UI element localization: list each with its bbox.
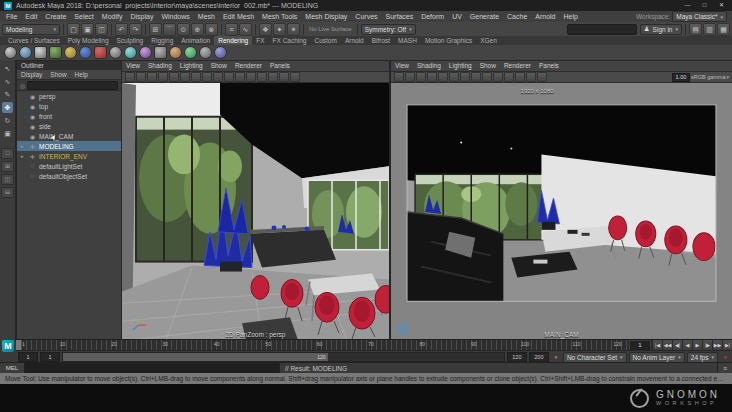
render-current-frame-button[interactable]: ❖ <box>259 23 272 36</box>
shelf-spot-light-icon[interactable] <box>139 46 152 59</box>
animation-end-field[interactable]: 200 <box>529 352 549 362</box>
shelf-render-region-icon[interactable] <box>34 46 47 59</box>
camera-attributes-icon[interactable] <box>416 72 426 82</box>
select-camera-icon[interactable] <box>125 72 135 82</box>
shelf-hypershade-icon[interactable] <box>64 46 77 59</box>
shelf-tab-motion-graphics[interactable]: Motion Graphics <box>421 36 476 45</box>
image-plane-icon[interactable] <box>438 72 448 82</box>
shelf-raytrace-icon[interactable] <box>214 46 227 59</box>
safe-frames-icon[interactable] <box>504 72 514 82</box>
grease-pencil-icon[interactable] <box>191 72 201 82</box>
shelf-tab-arnold[interactable]: Arnold <box>341 36 368 45</box>
menu-generate[interactable]: Generate <box>466 11 503 22</box>
film-gate-icon[interactable] <box>471 72 481 82</box>
viewport-menu-view[interactable]: View <box>122 61 144 71</box>
workspace-select[interactable]: Maya Classic* ▾ <box>672 11 727 22</box>
redo-button[interactable]: ↷ <box>129 23 142 36</box>
viewport-menu-renderer[interactable]: Renderer <box>500 61 535 71</box>
exposure-field[interactable]: 1.00 <box>672 73 690 82</box>
outliner-menu-display[interactable]: Display <box>17 70 46 79</box>
expand-arrow-icon[interactable]: ▸ <box>21 143 26 149</box>
shelf-standard-surface-icon[interactable] <box>79 46 92 59</box>
perspective-viewport-canvas[interactable]: 2D PanZoom : persp <box>122 83 389 340</box>
shelf-shading-map-icon[interactable] <box>154 46 167 59</box>
lock-camera-icon[interactable] <box>136 72 146 82</box>
shelf-tab-sculpting[interactable]: Sculpting <box>113 36 148 45</box>
minimize-button[interactable]: — <box>681 1 694 10</box>
snap-curve-toggle[interactable]: ⌒ <box>163 23 176 36</box>
pan-zoom-2d-icon[interactable] <box>449 72 459 82</box>
close-button[interactable]: ✕ <box>715 1 728 10</box>
quick-selection-input[interactable] <box>567 24 637 35</box>
colorspace-select[interactable]: sRGB gamma <box>691 74 726 80</box>
ipr-render-button[interactable]: ✦ <box>273 23 286 36</box>
viewport-menu-view[interactable]: View <box>391 61 413 71</box>
menu-deform[interactable]: Deform <box>417 11 448 22</box>
character-set-select[interactable]: No Character Set ▾ <box>563 352 627 363</box>
anim-layer-select[interactable]: No Anim Layer ▾ <box>629 352 685 363</box>
shelf-area-light-icon[interactable] <box>94 46 107 59</box>
menu-file[interactable]: File <box>2 11 21 22</box>
construction-history-toggle[interactable]: ≡ <box>225 23 238 36</box>
shelf-displacement-icon[interactable] <box>199 46 212 59</box>
attribute-editor-toggle[interactable]: ▤ <box>689 23 702 36</box>
channel-box-toggle[interactable]: ▦ <box>717 23 730 36</box>
pan-zoom-2d-icon[interactable] <box>180 72 190 82</box>
snap-view-toggle[interactable]: ⊗ <box>205 23 218 36</box>
resolution-gate-icon[interactable] <box>482 72 492 82</box>
viewport-menu-lighting[interactable]: Lighting <box>445 61 476 71</box>
shelf-tab-rendering[interactable]: Rendering <box>214 36 252 45</box>
outliner-item-front[interactable]: ◉ front <box>17 111 121 121</box>
shaded-mode-icon[interactable] <box>526 72 536 82</box>
tool-settings-toggle[interactable]: ▥ <box>703 23 716 36</box>
safe-frames-icon[interactable] <box>246 72 256 82</box>
menu-uv[interactable]: UV <box>448 11 466 22</box>
menu-mesh[interactable]: Mesh <box>194 11 219 22</box>
shelf-render-icon[interactable] <box>4 46 17 59</box>
shelf-render-settings-icon[interactable] <box>49 46 62 59</box>
maximize-button[interactable]: □ <box>698 1 711 10</box>
shelf-texture-icon[interactable] <box>169 46 182 59</box>
symmetry-select[interactable]: Symmetry: Off ▾ <box>361 24 416 35</box>
sign-in-button[interactable]: ♟ Sign in ▾ <box>640 24 682 35</box>
expand-arrow-icon[interactable]: ▸ <box>21 153 26 159</box>
grid-toggle-icon[interactable] <box>202 72 212 82</box>
range-slider-bar[interactable]: 120 <box>63 353 328 361</box>
live-surface-toggle[interactable]: ∿ <box>239 23 252 36</box>
menu-create[interactable]: Create <box>41 11 70 22</box>
rotate-tool-icon[interactable]: ↻ <box>2 115 13 126</box>
shelf-tab-poly-modeling[interactable]: Poly Modeling <box>64 36 113 45</box>
menu-set-select[interactable]: Modeling ▾ <box>2 24 60 35</box>
textured-mode-icon[interactable] <box>279 72 289 82</box>
outliner-item-default-object-set[interactable]: ◌ defaultObjectSet <box>17 171 121 181</box>
image-plane-icon[interactable] <box>169 72 179 82</box>
shelf-tab-xgen[interactable]: XGen <box>476 36 501 45</box>
main-cam-viewport-canvas[interactable]: 1920 x 1080 MAIN_CAM <box>391 83 732 340</box>
new-scene-button[interactable]: ▢ <box>67 23 80 36</box>
shelf-tab-fx-caching[interactable]: FX Caching <box>269 36 311 45</box>
fps-select[interactable]: 24 fps ▾ <box>687 352 718 363</box>
shelf-tab-mash[interactable]: MASH <box>394 36 421 45</box>
shelf-ipr-render-icon[interactable] <box>19 46 32 59</box>
shelf-tab-custom[interactable]: Custom <box>310 36 340 45</box>
paint-select-tool-icon[interactable]: ✎ <box>2 89 13 100</box>
menu-curves[interactable]: Curves <box>351 11 381 22</box>
camera-attributes-icon[interactable] <box>147 72 157 82</box>
outliner-item-top[interactable]: ◉ top <box>17 101 121 111</box>
outliner-item-modeling[interactable]: ▸ ✛ MODELING <box>17 141 121 151</box>
bookmarks-icon[interactable] <box>427 72 437 82</box>
snap-point-toggle[interactable]: ⊙ <box>177 23 190 36</box>
shelf-tab-rigging[interactable]: Rigging <box>147 36 177 45</box>
shelf-directional-light-icon[interactable] <box>109 46 122 59</box>
shelf-point-light-icon[interactable] <box>124 46 137 59</box>
wireframe-mode-icon[interactable] <box>515 72 525 82</box>
resolution-gate-icon[interactable] <box>224 72 234 82</box>
set-key-icon[interactable]: ♦ <box>551 352 561 362</box>
shelf-tab-bifrost[interactable]: Bifrost <box>368 36 394 45</box>
outliner-search-input[interactable] <box>27 81 118 90</box>
menu-mesh-tools[interactable]: Mesh Tools <box>258 11 301 22</box>
wireframe-mode-icon[interactable] <box>257 72 267 82</box>
layout-four-pane-button[interactable]: ⊞ <box>1 161 14 172</box>
playback-start-field[interactable]: 1 <box>40 352 60 362</box>
shelf-tab-curves-surfaces[interactable]: Curves / Surfaces <box>4 36 64 45</box>
